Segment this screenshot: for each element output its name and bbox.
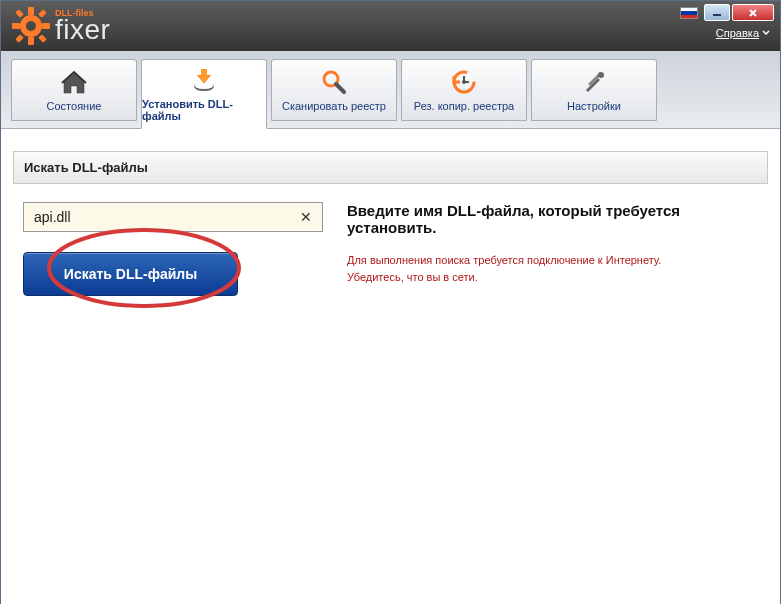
- gear-icon: [11, 6, 51, 46]
- app-logo: DLL-files fixer: [11, 4, 110, 46]
- clear-input-icon[interactable]: ✕: [296, 209, 316, 225]
- language-flag-icon[interactable]: [680, 7, 698, 19]
- tab-install-dll[interactable]: Установить DLL-файлы: [141, 59, 267, 129]
- tab-label: Настройки: [567, 100, 621, 112]
- warning-line: Для выполнения поиска требуется подключе…: [347, 252, 758, 269]
- svg-rect-5: [15, 9, 23, 17]
- warning-line: Убедитесь, что вы в сети.: [347, 269, 758, 286]
- tab-settings[interactable]: Настройки: [531, 59, 657, 121]
- svg-rect-2: [28, 37, 34, 45]
- connection-warning: Для выполнения поиска требуется подключе…: [347, 252, 758, 285]
- section-header: Искать DLL-файлы: [13, 151, 768, 184]
- dll-search-input[interactable]: [34, 209, 296, 225]
- svg-rect-1: [28, 7, 34, 15]
- titlebar: DLL-files fixer Справка: [1, 1, 780, 51]
- tab-label: Рез. копир. реестра: [414, 100, 514, 112]
- search-dll-button[interactable]: Искать DLL-файлы: [23, 252, 238, 296]
- svg-point-17: [598, 72, 604, 78]
- svg-rect-3: [12, 23, 20, 29]
- minimize-button[interactable]: [704, 4, 730, 21]
- tab-bar: Состояние Установить DLL-файлы Сканирова…: [1, 51, 780, 129]
- window-controls: [680, 4, 774, 21]
- tab-scan-registry[interactable]: Сканировать реестр: [271, 59, 397, 121]
- tab-label: Сканировать реестр: [282, 100, 386, 112]
- magnifier-icon: [320, 68, 348, 96]
- download-icon: [190, 66, 218, 94]
- svg-rect-9: [713, 14, 721, 16]
- svg-line-12: [336, 84, 344, 92]
- info-column: Введите имя DLL-файла, который требуется…: [347, 202, 758, 296]
- brand-title: fixer: [55, 16, 110, 44]
- content-area: Искать DLL-файлы ✕ Искать DLL-файлы Введ…: [1, 151, 780, 604]
- search-column: ✕ Искать DLL-файлы: [23, 202, 323, 296]
- svg-rect-4: [42, 23, 50, 29]
- svg-rect-8: [38, 34, 46, 42]
- home-icon: [60, 68, 88, 96]
- svg-point-0: [23, 18, 39, 34]
- svg-rect-6: [38, 9, 46, 17]
- info-headline: Введите имя DLL-файла, который требуется…: [347, 202, 758, 236]
- help-link[interactable]: Справка: [716, 27, 770, 39]
- tab-status[interactable]: Состояние: [11, 59, 137, 121]
- restore-icon: [450, 68, 478, 96]
- tab-label: Установить DLL-файлы: [142, 98, 266, 122]
- close-button[interactable]: [732, 4, 774, 21]
- search-field-wrap: ✕: [23, 202, 323, 232]
- app-window: DLL-files fixer Справка: [0, 0, 781, 604]
- svg-rect-7: [15, 34, 23, 42]
- tools-icon: [580, 68, 608, 96]
- chevron-down-icon: [762, 30, 770, 36]
- tab-label: Состояние: [47, 100, 102, 112]
- tab-backup-registry[interactable]: Рез. копир. реестра: [401, 59, 527, 121]
